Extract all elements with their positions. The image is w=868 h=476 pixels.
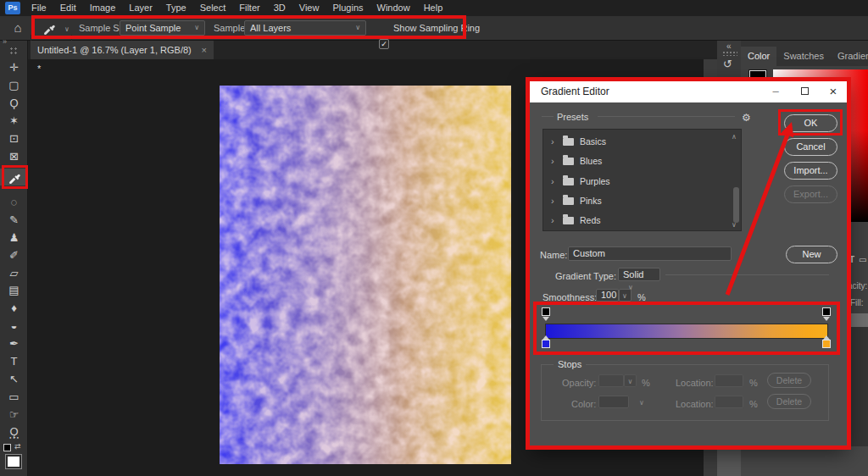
sample-select[interactable]: All Layers ∨ (244, 20, 366, 36)
tab-color[interactable]: Color (741, 47, 776, 66)
cancel-button[interactable]: Cancel (784, 138, 837, 156)
gradient-tool[interactable]: ▤ (0, 282, 28, 299)
eraser-tool[interactable]: ▱ (0, 265, 28, 282)
presets-gear-icon[interactable]: ⚙ (742, 112, 751, 124)
stop-location-input-2[interactable] (715, 396, 743, 408)
presets-label: Presets (557, 112, 588, 122)
menu-window[interactable]: Window (370, 0, 417, 16)
expand-chevron-icon[interactable]: › (551, 211, 559, 230)
stop-opacity-percent: % (642, 378, 650, 388)
background-color-swatch[interactable] (5, 454, 22, 469)
stop-location-input-1[interactable] (715, 374, 743, 387)
close-icon[interactable]: × (819, 80, 848, 102)
stop-opacity-chevron[interactable]: ∨ (624, 374, 637, 387)
gradient-type-select[interactable]: Solid ∨ (618, 268, 660, 281)
expand-chevron-icon[interactable]: › (551, 152, 559, 171)
preset-folder-basics[interactable]: › Basics (543, 132, 741, 152)
clone-stamp-tool[interactable]: ♟ (0, 230, 28, 246)
lasso-tool[interactable]: Ϙ (0, 95, 28, 112)
dock-grip-icon[interactable] (722, 51, 737, 56)
type-tool[interactable]: T (0, 353, 28, 370)
export-button[interactable]: Export... (784, 185, 837, 203)
menu-3d[interactable]: 3D (267, 0, 292, 16)
brush-tool[interactable]: ✎ (0, 212, 28, 229)
history-brush-tool[interactable]: ✐ (0, 247, 28, 264)
pen-tool[interactable]: ✒ (0, 335, 28, 352)
magic-wand-tool[interactable]: ✶ (0, 113, 28, 130)
menu-filter[interactable]: Filter (232, 0, 266, 16)
preset-folder-purples[interactable]: › Purples (543, 172, 741, 191)
marquee-tool[interactable]: ▢ (0, 77, 28, 94)
document-canvas[interactable] (220, 86, 511, 464)
maximize-icon[interactable] (790, 80, 819, 102)
preset-folder-pinks[interactable]: › Pinks (543, 191, 741, 211)
gradient-name-input[interactable]: Custom (568, 246, 732, 261)
menu-file[interactable]: File (25, 0, 53, 16)
history-panel-icon[interactable]: ↺ (723, 58, 732, 70)
gradient-preview-bar[interactable] (545, 324, 828, 339)
minimize-icon[interactable]: – (761, 80, 790, 102)
tab-swatches[interactable]: Swatches (776, 47, 831, 66)
scrollbar-thumb[interactable] (733, 187, 739, 223)
path-select-tool[interactable]: ↖ (0, 371, 28, 388)
preset-folder-blues[interactable]: › Blues (543, 152, 741, 171)
home-icon[interactable]: ⌂ (10, 20, 25, 36)
dodge-tool[interactable]: ◒ (0, 318, 28, 335)
clone-stamp-tool-icon: ♟ (9, 231, 19, 244)
expand-chevron-icon[interactable]: › (551, 191, 559, 211)
smoothness-input[interactable]: 100 (596, 289, 619, 302)
sample-label: Sample: (214, 16, 248, 41)
show-sampling-ring-checkbox[interactable]: ✓ (379, 39, 389, 49)
scroll-up-icon[interactable]: ∧ (732, 133, 737, 141)
rectangle-tool[interactable]: ▭ (0, 389, 28, 406)
dialog-title-bar[interactable]: Gradient Editor – × (530, 80, 848, 102)
tab-gradients[interactable]: Gradients (831, 47, 868, 66)
eyedropper-tool-preset-icon[interactable] (42, 22, 55, 35)
default-colors-icon[interactable] (3, 444, 11, 451)
stop-opacity-input[interactable] (598, 374, 624, 387)
expand-chevron-icon[interactable]: › (551, 172, 559, 191)
menu-select[interactable]: Select (193, 0, 233, 16)
color-stop-right[interactable] (822, 340, 831, 348)
stop-color-swatch[interactable] (598, 396, 629, 408)
hand-tool-icon: ☞ (9, 408, 19, 421)
close-tab-icon[interactable]: × (202, 41, 207, 59)
toolbar-collapse-icon[interactable]: » (3, 37, 7, 46)
swap-colors-icon[interactable]: ⇄ (14, 442, 21, 451)
opacity-stop-left[interactable] (542, 307, 550, 316)
frame-tool[interactable]: ⊠ (0, 148, 28, 165)
opacity-stop-right[interactable] (822, 307, 831, 316)
move-tool-icon: ✛ (9, 61, 19, 74)
toolbar-grip-icon[interactable] (9, 47, 18, 55)
preset-folder-reds[interactable]: › Reds (543, 211, 741, 230)
import-button[interactable]: Import... (784, 162, 837, 180)
layer-filter-type-icon[interactable]: T (849, 255, 854, 264)
crop-tool[interactable]: ⊡ (0, 130, 28, 147)
smoothness-chevron[interactable]: ∨ (619, 289, 632, 302)
delete-color-stop-button[interactable]: Delete (767, 394, 811, 409)
eyedropper-tool[interactable] (0, 169, 28, 185)
foreground-background-colors[interactable]: ⇄ (2, 442, 27, 474)
new-button[interactable]: New (786, 246, 837, 263)
menu-layer[interactable]: Layer (122, 0, 159, 16)
delete-opacity-stop-button[interactable]: Delete (767, 373, 811, 388)
color-stop-left[interactable] (542, 340, 550, 348)
blur-tool[interactable]: ♦ (0, 300, 28, 317)
expand-chevron-icon[interactable]: › (551, 132, 559, 152)
menu-plugins[interactable]: Plugins (326, 0, 370, 16)
layer-row[interactable] (848, 313, 868, 327)
menu-edit[interactable]: Edit (53, 0, 83, 16)
menu-help[interactable]: Help (417, 0, 450, 16)
document-tab[interactable]: Untitled-1 @ 16.7% (Layer 1, RGB/8) * × (31, 41, 214, 59)
menu-type[interactable]: Type (159, 0, 193, 16)
layer-filter-shape-icon[interactable]: ▭ (859, 255, 866, 264)
menu-view[interactable]: View (292, 0, 326, 16)
collapse-panels-icon[interactable]: « (726, 42, 732, 51)
move-tool[interactable]: ✛ (0, 59, 28, 76)
tool-preset-chevron-icon[interactable]: ∨ (64, 25, 70, 33)
healing-brush-tool[interactable]: ◌ (0, 194, 28, 211)
menu-image[interactable]: Image (83, 0, 123, 16)
hand-tool[interactable]: ☞ (0, 407, 28, 423)
sample-size-select[interactable]: Point Sample ∨ (120, 20, 205, 36)
ok-button[interactable]: OK (784, 114, 837, 132)
